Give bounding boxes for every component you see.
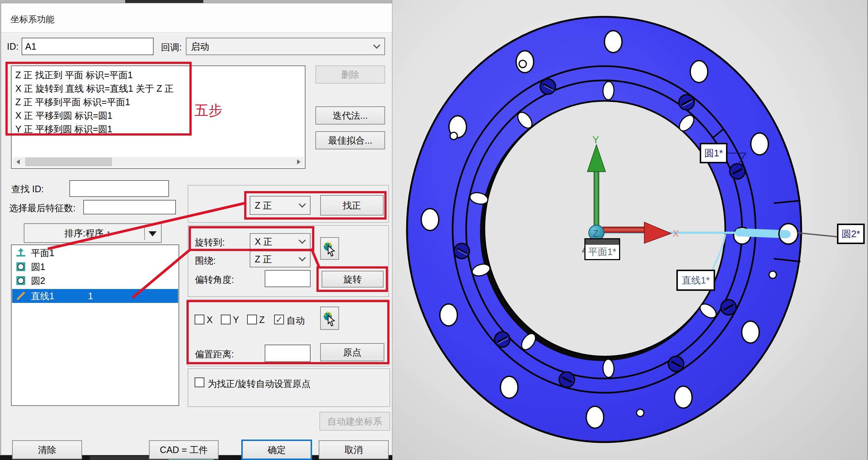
cad-equals-part-button[interactable]: CAD = 工件: [149, 440, 219, 459]
iterate-button[interactable]: 迭代法...: [315, 106, 385, 125]
label-circle2[interactable]: 圆2*: [837, 224, 865, 244]
feature-name: 直线1: [31, 290, 54, 302]
step-item[interactable]: X 正 旋转到 直线 标识=直线1 关于 Z 正: [15, 83, 174, 95]
dialog-title: 坐标系功能: [11, 14, 54, 25]
axis-z-label: Z: [593, 228, 598, 239]
flange-part-drawing: Y X Z: [392, 0, 868, 460]
cancel-button[interactable]: 取消: [319, 440, 389, 459]
pick-cursor-icon: [322, 240, 337, 257]
auto-create-alignment-button[interactable]: 自动建坐标系: [319, 412, 390, 431]
sort-dropdown[interactable]: 排序:程序 ↑: [24, 223, 162, 243]
offset-distance-label: 偏置距离:: [195, 348, 234, 360]
feature-row-circle2[interactable]: 圆2: [12, 274, 178, 288]
callback-label: 回调:: [161, 41, 182, 53]
x-checkbox-label: X: [207, 315, 213, 325]
scroll-left-icon: [16, 159, 20, 164]
chevron-down-icon: [299, 237, 306, 244]
ok-button[interactable]: 确定: [241, 440, 312, 460]
step-item[interactable]: Z 正 平移到平面 标识=平面1: [15, 96, 130, 108]
dropdown-arrow-icon: [149, 231, 157, 236]
pick-origin-button[interactable]: [320, 307, 339, 330]
callback-combobox[interactable]: 启动: [186, 38, 385, 55]
label-circle2-text: 圆2*: [842, 228, 860, 240]
feature-row-line1-selected[interactable]: 直线1 1: [12, 289, 178, 303]
step-item[interactable]: Z 正 找正到 平面 标识=平面1: [15, 69, 133, 81]
z-checkbox[interactable]: [247, 315, 257, 324]
alignment-steps-list[interactable]: Z 正 找正到 平面 标识=平面1 X 正 旋转到 直线 标识=直线1 关于 Z…: [11, 65, 306, 169]
divider: [144, 227, 145, 240]
id-input[interactable]: A1: [22, 38, 154, 55]
feature-name: 平面1: [31, 247, 54, 259]
level-axis-value: Z 正: [255, 199, 272, 212]
scroll-right-button[interactable]: [293, 157, 304, 167]
feature-name: 圆2: [31, 275, 45, 287]
axis-y-label: Y: [592, 134, 599, 145]
level-axis-dropdown[interactable]: Z 正: [250, 196, 311, 215]
rotate-to-value: X 正: [255, 236, 273, 248]
label-plane1-text: 平面1*: [588, 246, 617, 258]
auto-checkbox[interactable]: ✓: [274, 315, 284, 324]
x-checkbox[interactable]: [195, 315, 204, 324]
line-icon: [16, 291, 26, 301]
chevron-down-icon: [299, 254, 306, 262]
scroll-right-icon: [297, 159, 300, 164]
delete-button[interactable]: 删除: [315, 65, 385, 84]
plane-icon: [16, 248, 26, 258]
about-axis-dropdown[interactable]: Z 正: [250, 251, 311, 267]
rotate-to-dropdown[interactable]: X 正: [250, 233, 311, 250]
pick-feature-button[interactable]: [320, 237, 339, 260]
horizontal-scrollbar[interactable]: [13, 157, 304, 167]
offset-angle-label: 偏转角度:: [195, 274, 234, 286]
about-label: 围绕:: [195, 255, 216, 267]
level-button[interactable]: 找正: [320, 195, 384, 216]
select-last-label: 选择最后特征数:: [9, 202, 76, 214]
axis-x-arrow: [603, 227, 644, 233]
scroll-left-button[interactable]: [13, 157, 23, 167]
origin-button[interactable]: 原点: [320, 343, 384, 361]
dialog-title-bar[interactable]: 坐标系功能: [1, 3, 392, 33]
about-axis-value: Z 正: [255, 253, 272, 265]
best-fit-button[interactable]: 最佳拟合...: [315, 131, 385, 149]
check-icon: ✓: [275, 315, 283, 325]
step-item[interactable]: X 正 平移到圆 标识=圆1: [15, 110, 112, 122]
select-last-input[interactable]: [83, 200, 176, 214]
rotate-to-label: 旋转到:: [195, 236, 225, 248]
offset-distance-input[interactable]: [265, 345, 311, 362]
id-label: ID:: [7, 41, 19, 52]
label-plane1[interactable]: 平面1*: [584, 238, 620, 260]
step-item[interactable]: Y 正 平移到圆 标识=圆1: [15, 123, 112, 135]
auto-checkbox-label: 自动: [287, 315, 305, 327]
clear-button[interactable]: 清除: [12, 440, 82, 459]
feature-list[interactable]: 平面1 圆1 圆2 直线1 1: [11, 244, 179, 406]
coordinate-system-dialog: 坐标系功能 ID: A1 回调: 启动 Z 正 找正到 平面 标识=平面1 X …: [1, 3, 392, 455]
feature-row-circle1[interactable]: 圆1: [12, 260, 178, 274]
feature-row-plane1[interactable]: 平面1: [12, 246, 178, 260]
auto-set-origin-label: 为找正/旋转自动设置原点: [208, 378, 311, 390]
circle-icon: [16, 262, 26, 272]
sort-value: 排序:程序 ↑: [29, 227, 161, 239]
rotate-button[interactable]: 旋转: [322, 271, 384, 288]
label-circle1-text: 圆1*: [704, 147, 723, 160]
id-value: A1: [25, 41, 37, 52]
cad-3d-viewport[interactable]: Y X Z 圆1* 圆2* 直线1* 平面1*: [392, 0, 868, 460]
axis-x-label: X: [673, 228, 679, 239]
find-id-input[interactable]: [69, 180, 169, 197]
chevron-down-icon: [299, 201, 306, 208]
axis-y-arrow: [594, 170, 599, 233]
feature-extra-value: 1: [88, 291, 93, 301]
find-id-label: 查找 ID:: [11, 183, 44, 195]
y-checkbox-label: Y: [233, 315, 239, 325]
circle2-leader: [797, 233, 837, 237]
y-checkbox[interactable]: [221, 315, 231, 324]
label-line1[interactable]: 直线1*: [676, 270, 715, 291]
chevron-down-icon: [373, 42, 380, 49]
callback-value: 启动: [191, 41, 209, 53]
offset-angle-input[interactable]: [265, 270, 311, 287]
label-circle1[interactable]: 圆1*: [700, 143, 727, 163]
pick-cursor-icon: [322, 310, 337, 327]
feature-name: 圆1: [31, 261, 45, 273]
label-plane1-header: [585, 239, 619, 245]
auto-set-origin-checkbox[interactable]: [195, 377, 204, 387]
background-window-fragment: [125, 0, 203, 3]
scrollbar-thumb[interactable]: [25, 157, 112, 166]
